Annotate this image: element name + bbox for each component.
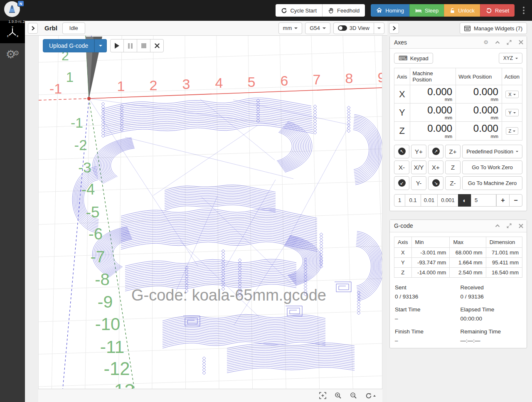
visualizer-panel[interactable]: G-code: koala-65mm.gcode -112345678921-1… [38,36,382,389]
gcode-stats: Sent0 / 93136 Received0 / 93136 Start Ti… [394,284,522,344]
keypad-button[interactable]: ⌨ Keypad [394,53,433,64]
feedhold-button[interactable]: Feedhold [322,4,365,17]
stop-button[interactable] [137,39,150,52]
sidebar-item-settings[interactable]: ⚙⚙ [0,43,25,66]
stat-sent: Sent0 / 93136 [395,284,456,300]
view-mode-toggle-button[interactable]: 3D View [333,22,374,34]
keyboard-icon: ⌨ [399,54,408,62]
wcs-dropdown[interactable]: G54 [305,22,330,34]
cycle-start-button[interactable]: Cycle Start [276,4,322,17]
machine-state-group: Homing Sleep Unlock Reset [371,4,515,17]
repeat-icon [281,7,287,14]
x-work-position: 0.000 [473,86,498,97]
caret-down-icon [513,94,516,95]
upload-gcode-dropdown[interactable] [94,39,107,52]
unlock-button[interactable]: Unlock [444,4,480,17]
jog-y-minus-button[interactable]: Y- [411,176,426,190]
stat-elapsed-time: Elapsed Time00:00:00 [461,306,522,322]
jog-controls: ↖ Y+ ↗ Z+ Predefined Position X- X/Y X+ … [394,145,522,190]
gcode-3d-view[interactable]: G-code: koala-65mm.gcode [39,36,382,389]
arrow-down-left-icon: ↙ [398,179,406,187]
controller-name: Grbl [44,25,57,32]
svg-text:X: X [17,35,18,37]
go-to-machine-zero-button[interactable]: Go To Machine Zero [462,176,522,190]
step-1-button[interactable]: 1 [394,194,405,207]
close-widget-icon[interactable] [515,219,527,232]
xyz-axes-icon: Y Z X [5,25,20,39]
app-logo[interactable]: N 1.9.0-rc.2 [4,1,21,18]
machine-state-button[interactable]: Idle [62,22,85,34]
step-decrease-button[interactable]: − [509,194,522,207]
arrow-up-left-icon: ↖ [398,148,406,155]
jog-x-plus-button[interactable]: X+ [428,160,443,174]
jog-x-minus-y-minus-button[interactable]: ↙ [394,176,409,190]
pause-button[interactable] [123,39,137,52]
connection-toolbar: Grbl Idle mm G54 3D View [25,21,387,36]
jog-z-zero-button[interactable]: Z [445,160,461,174]
units-dropdown[interactable]: mm [278,22,303,34]
reset-button[interactable]: Reset [480,4,515,17]
step-custom-toggle-button[interactable]: ◐ [458,194,471,207]
jog-xy-zero-button[interactable]: X/Y [411,160,426,174]
zoom-in-button[interactable] [335,392,342,399]
sidebar-item-workspace[interactable]: Y Z X [0,21,25,43]
x-machine-position: 0.000 [427,86,452,97]
jog-x-minus-y-plus-button[interactable]: ↖ [394,145,409,158]
home-icon [376,7,382,13]
dim-row-z: Z-14.000 mm2.540 mm16.540 mm [394,267,522,277]
collapse-widget-icon[interactable] [492,36,503,49]
toggle-icon [338,25,347,31]
jog-x-minus-button[interactable]: X- [394,160,409,174]
jog-x-plus-y-plus-button[interactable]: ↗ [428,145,443,158]
collapse-right-chevron-button[interactable] [389,23,399,34]
upload-gcode-button[interactable]: Upload G-code [43,39,94,52]
svg-text:Y: Y [12,26,13,28]
jog-z-plus-button[interactable]: Z+ [445,145,461,158]
rotate-view-dropdown[interactable] [365,392,376,399]
jog-y-plus-button[interactable]: Y+ [411,145,426,158]
collapse-widget-icon[interactable] [492,219,503,232]
close-gcode-button[interactable] [150,39,164,52]
close-widget-icon[interactable] [515,36,527,49]
z-work-position: 0.000 [473,123,498,134]
fullscreen-widget-icon[interactable] [503,219,515,232]
go-to-work-zero-button[interactable]: Go To Work Zero [462,160,522,174]
step-0.001-button[interactable]: 0.001 [437,194,458,207]
custom-step-input[interactable] [471,194,496,207]
settings-gear-icon[interactable]: ⚙ [480,36,492,49]
y-action-dropdown[interactable]: Y [505,109,518,116]
jog-x-plus-y-minus-button[interactable]: ↘ [428,176,443,190]
col-max: Max [450,237,486,247]
upload-gcode-split-button: Upload G-code [43,39,107,52]
step-0.1-button[interactable]: 0.1 [405,194,421,207]
axis-selector-dropdown[interactable]: XYZ [499,53,522,64]
overflow-menu-icon[interactable] [520,5,527,16]
y-work-position: 0.000 [473,104,498,116]
col-action: Action [502,68,522,85]
z-action-dropdown[interactable]: Z [506,127,519,135]
fullscreen-widget-icon[interactable] [503,36,515,49]
run-button[interactable] [110,39,124,52]
close-icon [155,43,160,48]
gcode-dimensions-table: Axis Min Max Dimension X-3.001 mm68.000 … [394,237,522,278]
x-action-dropdown[interactable]: X [505,91,518,98]
col-axis: Axis [394,68,410,85]
zoom-out-button[interactable] [350,392,357,399]
caret-down-icon [323,27,326,29]
gcode-widget-header: G-code [390,220,527,232]
fit-to-view-button[interactable] [319,392,326,399]
manage-widgets-button[interactable]: Manage Widgets (7) [460,22,527,34]
step-0.01-button[interactable]: 0.01 [421,194,438,207]
arrow-up-right-icon: ↗ [432,148,440,155]
workspace: G-code: koala-65mm.gcode -112345678921-1… [25,36,387,402]
jog-z-minus-button[interactable]: Z- [445,176,461,190]
col-min: Min [411,237,450,247]
predefined-position-dropdown[interactable]: Predefined Position [462,145,522,158]
col-machine-position: Machine Position [410,68,456,85]
stat-finish-time: Finish Time– [395,328,456,344]
step-increase-button[interactable]: + [496,194,510,207]
homing-button[interactable]: Homing [371,4,409,17]
view-options-dropdown[interactable] [374,22,384,34]
collapse-left-chevron-button[interactable] [28,23,38,34]
sleep-button[interactable]: Sleep [409,4,444,17]
